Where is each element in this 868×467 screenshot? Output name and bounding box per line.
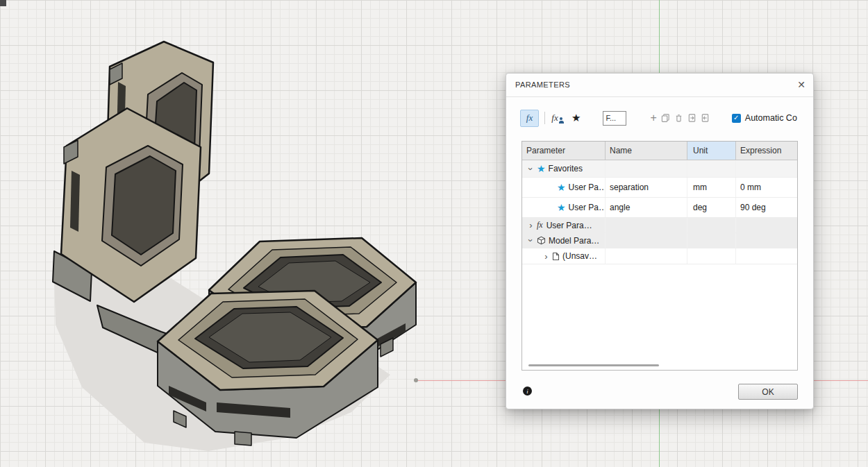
row-label: (Unsav… [562,251,597,261]
expression-cell [736,160,797,177]
unit-cell [687,233,736,248]
table-header-row: Parameter Name Unit Expression [522,142,797,160]
delete-parameter-icon[interactable] [674,113,683,123]
close-icon[interactable]: ✕ [797,78,806,91]
collapse-icon[interactable]: › [526,236,536,245]
table-empty-area [522,264,797,362]
person-icon [559,117,564,124]
import-parameters-icon[interactable] [687,113,696,123]
dialog-title: PARAMETERS [515,74,570,96]
expression-cell[interactable]: 0 mm [736,178,797,197]
name-cell[interactable]: angle [606,198,687,217]
row-label: User Para… [546,221,592,230]
name-cell [606,248,687,264]
filter-user-parameters-button[interactable]: fx [551,112,565,124]
fx-icon: fx [526,112,533,124]
column-header-name[interactable]: Name [606,142,687,160]
expression-cell [736,218,797,232]
unit-cell [687,160,736,177]
row-label: User Pa… [569,203,606,212]
fx-icon: fx [551,112,558,124]
fx-icon: fx [537,220,543,230]
automatic-compute-label: Automatic Co [745,113,797,123]
row-label: Model Para… [549,236,599,246]
column-header-expression[interactable]: Expression [736,142,797,160]
column-header-unit[interactable]: Unit [687,142,736,160]
parameter-row-separation[interactable]: ★ User Pa… separation mm 0 mm [522,178,797,198]
parameters-table: Parameter Name Unit Expression › ★ Favor… [521,141,798,371]
expand-icon[interactable]: › [526,220,535,230]
name-cell [606,218,687,232]
favorite-star-icon[interactable]: ★ [557,182,566,193]
favorite-star-icon[interactable]: ★ [557,202,566,213]
name-cell [606,160,687,177]
export-parameters-icon[interactable] [701,113,710,123]
expression-cell[interactable]: 90 deg [736,198,797,217]
parameter-row-angle[interactable]: ★ User Pa… angle deg 90 deg [522,198,797,218]
favorites-group-row[interactable]: › ★ Favorites [522,160,797,178]
favorite-star-icon: ★ [537,163,546,174]
info-icon[interactable]: i [523,387,532,396]
parameter-search-input[interactable] [603,111,626,126]
dialog-toolbar: fx fx ★ + ✓ Auto [520,109,809,127]
column-header-parameter[interactable]: Parameter [522,142,606,160]
check-icon: ✓ [733,114,739,121]
name-cell [606,233,687,248]
name-cell[interactable]: separation [606,178,687,197]
user-parameters-group-row[interactable]: › fx User Para… [522,218,797,233]
toolbar-divider [544,112,545,124]
expression-cell [736,248,797,264]
viewport[interactable]: PARAMETERS ✕ fx fx ★ + [0,0,868,467]
expression-cell [736,233,797,248]
unit-cell: mm [687,178,736,197]
filter-all-parameters-button[interactable]: fx [520,110,539,127]
ok-button[interactable]: OK [738,384,798,400]
parameters-dialog: PARAMETERS ✕ fx fx ★ + [506,73,814,409]
corner-artifact [0,0,6,6]
filter-favorites-button[interactable]: ★ [571,112,581,124]
expand-icon[interactable]: › [542,251,551,262]
unit-cell: deg [687,198,736,217]
add-parameter-icon[interactable]: + [650,113,656,123]
cube-icon [537,236,546,245]
document-icon [552,252,560,261]
scrollbar-track [522,362,797,370]
dialog-header: PARAMETERS ✕ [506,74,813,97]
automatic-compute-checkbox[interactable]: ✓ [732,114,741,123]
horizontal-scrollbar[interactable] [528,364,659,366]
collapse-icon[interactable]: › [526,164,536,173]
copy-parameter-icon[interactable] [661,113,670,123]
info-glyph: i [526,388,528,395]
unit-cell [687,218,736,232]
unit-cell [687,248,736,264]
row-label: Favorites [549,164,583,173]
row-label: User Pa… [569,182,606,192]
unsaved-document-row[interactable]: › (Unsav… [522,248,797,264]
model-parameters-group-row[interactable]: › Model Para… [522,233,797,248]
